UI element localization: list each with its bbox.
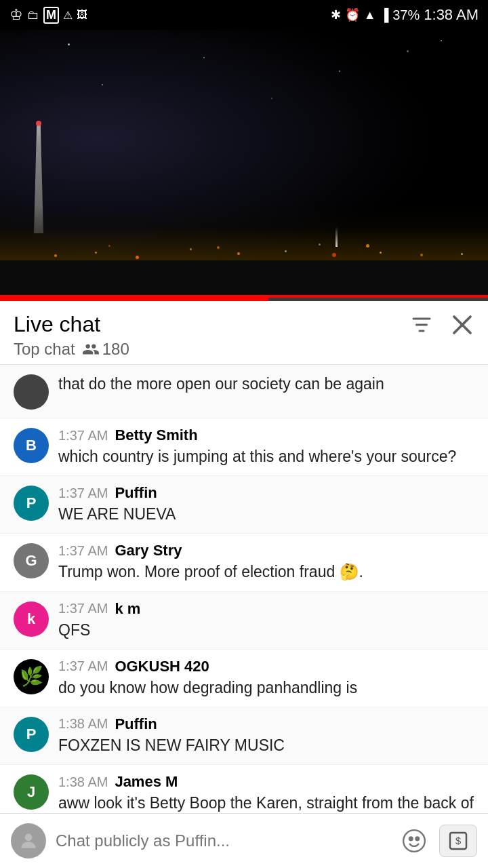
chat-panel: Live chat	[0, 301, 488, 868]
message-author: k m	[115, 600, 140, 618]
chat-header-top: Live chat	[14, 312, 474, 337]
video-progress-bar[interactable]	[0, 298, 488, 301]
m-icon: M	[43, 7, 59, 24]
video-player[interactable]	[0, 30, 488, 301]
svg-point-6	[403, 830, 425, 852]
message-author: James M	[115, 773, 178, 791]
message-text: QFS	[58, 619, 474, 641]
message-time: 1:37 AM	[58, 601, 108, 616]
battery-text: 37%	[392, 7, 420, 23]
message-content: 1:37 AMOGKUSH 420do you know how degradi…	[58, 658, 474, 698]
video-progress-fill	[0, 298, 268, 301]
message-text: WE ARE NUEVA	[58, 503, 474, 525]
chat-input-field[interactable]	[56, 831, 392, 850]
message-meta: 1:38 AMJames M	[58, 773, 474, 791]
filter-button[interactable]	[409, 313, 434, 337]
viewer-count-text: 180	[102, 340, 129, 359]
avatar: P	[14, 717, 49, 752]
chat-message: P1:38 AMPuffinFOXZEN IS NEW FAIRY MUSIC	[0, 707, 488, 765]
message-author: OGKUSH 420	[115, 658, 209, 675]
chat-header: Live chat	[0, 301, 488, 365]
message-text: do you know how degrading panhandling is	[58, 677, 474, 698]
avatar: G	[14, 543, 49, 578]
chat-header-sub: Top chat 180	[14, 340, 474, 359]
video-content	[0, 30, 488, 301]
input-user-avatar	[11, 823, 46, 859]
viewer-count: 180	[82, 340, 129, 359]
avatar: 🌿	[14, 659, 49, 694]
chat-message: P1:37 AMPuffinWE ARE NUEVA	[0, 476, 488, 534]
message-text: FOXZEN IS NEW FAIRY MUSIC	[58, 734, 474, 756]
avatar: k	[14, 601, 49, 637]
warning-icon: ⚠	[63, 9, 73, 22]
svg-rect-0	[413, 317, 431, 319]
chat-message: B1:37 AMBetty Smithwhich country is jump…	[0, 418, 488, 476]
message-meta: 1:37 AMBetty Smith	[58, 427, 474, 444]
svg-rect-1	[415, 323, 428, 326]
message-author: Puffin	[115, 484, 157, 502]
header-icons	[409, 313, 474, 337]
status-left: ♔ 🗀 M ⚠ 🖼	[9, 6, 87, 24]
time-display: 1:38 AM	[424, 6, 479, 24]
message-time: 1:38 AM	[58, 774, 108, 790]
chat-messages: that do the more open our society can be…	[0, 365, 488, 845]
message-meta: 1:38 AMPuffin	[58, 715, 474, 733]
chat-message: G1:37 AMGary StryTrump won. More proof o…	[0, 534, 488, 591]
svg-point-7	[409, 837, 413, 840]
alarm-icon: ⏰	[345, 7, 360, 22]
svg-point-8	[415, 837, 419, 840]
message-meta: 1:37 AMPuffin	[58, 484, 474, 502]
message-text: that do the more open our society can be…	[58, 373, 474, 395]
avatar: P	[14, 486, 49, 521]
red-accent-bar	[0, 295, 488, 298]
avatar: J	[14, 774, 49, 810]
avatar	[14, 374, 49, 410]
message-content: 1:37 AMGary StryTrump won. More proof of…	[58, 542, 474, 583]
svg-rect-2	[419, 330, 425, 332]
message-content: 1:37 AMBetty Smithwhich country is jumpi…	[58, 427, 474, 467]
message-author: Gary Stry	[115, 542, 182, 559]
crown-icon: ♔	[9, 6, 23, 24]
message-time: 1:37 AM	[58, 543, 108, 559]
svg-point-5	[25, 833, 33, 841]
message-author: Betty Smith	[115, 427, 197, 444]
status-right: ✱ ⏰ ▲ ▐ 37% 1:38 AM	[331, 6, 479, 24]
message-time: 1:37 AM	[58, 486, 108, 501]
message-text: which country is jumping at this and whe…	[58, 446, 474, 467]
chat-input-area: $	[0, 813, 488, 868]
message-time: 1:38 AM	[58, 716, 108, 732]
close-button[interactable]	[450, 313, 474, 337]
live-chat-title: Live chat	[14, 312, 100, 337]
send-button[interactable]: $	[439, 825, 477, 857]
emoji-button[interactable]	[401, 828, 427, 854]
message-text: Trump won. More proof of election fraud …	[58, 561, 474, 583]
bluetooth-icon: ✱	[331, 7, 341, 22]
chat-message: k1:37 AMk mQFS	[0, 592, 488, 650]
message-author: Puffin	[115, 715, 157, 733]
message-meta: 1:37 AMOGKUSH 420	[58, 658, 474, 675]
message-time: 1:37 AM	[58, 428, 108, 443]
signal-icon: ▐	[380, 8, 388, 22]
svg-text:$: $	[455, 835, 461, 846]
chat-message: 🌿1:37 AMOGKUSH 420do you know how degrad…	[0, 650, 488, 707]
folder-icon: 🗀	[27, 8, 39, 22]
top-chat-label: Top chat	[14, 340, 75, 359]
wifi-icon: ▲	[364, 8, 376, 22]
message-content: 1:37 AMk mQFS	[58, 600, 474, 641]
image-icon: 🖼	[77, 9, 87, 21]
message-content: 1:37 AMPuffinWE ARE NUEVA	[58, 484, 474, 525]
message-content: that do the more open our society can be…	[58, 373, 474, 395]
message-time: 1:37 AM	[58, 658, 108, 674]
message-meta: 1:37 AMk m	[58, 600, 474, 618]
message-meta: 1:37 AMGary Stry	[58, 542, 474, 559]
avatar: B	[14, 428, 49, 463]
message-content: 1:38 AMPuffinFOXZEN IS NEW FAIRY MUSIC	[58, 715, 474, 756]
chat-message: that do the more open our society can be…	[0, 365, 488, 418]
status-bar: ♔ 🗀 M ⚠ 🖼 ✱ ⏰ ▲ ▐ 37% 1:38 AM	[0, 0, 488, 30]
